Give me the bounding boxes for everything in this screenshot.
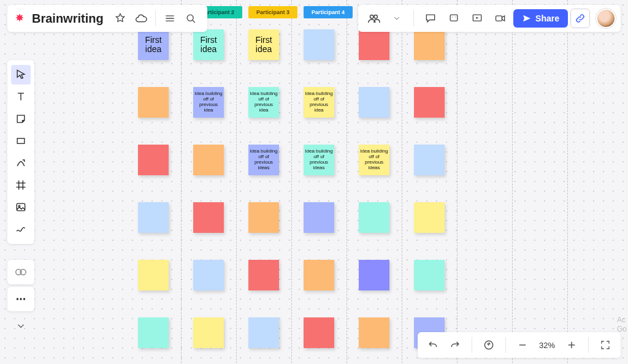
sticky-note[interactable] [248, 317, 279, 348]
board-cell[interactable] [414, 260, 445, 290]
reactions-button[interactable] [443, 8, 464, 29]
board-cell[interactable]: First idea [193, 29, 224, 60]
search-button[interactable] [180, 8, 201, 29]
apps-button[interactable] [7, 260, 34, 284]
board-cell[interactable] [469, 29, 500, 60]
board-cell[interactable] [248, 202, 279, 233]
document-title[interactable]: Brainwriting [32, 12, 104, 26]
sticky-note[interactable] [304, 317, 334, 348]
sticky-note[interactable] [304, 202, 334, 233]
sticky-note[interactable] [414, 202, 445, 233]
copy-link-button[interactable] [570, 9, 590, 28]
fullscreen-button[interactable] [596, 336, 615, 354]
share-button[interactable]: Share [513, 9, 568, 28]
participant-chip[interactable]: Participant 4 [304, 6, 353, 18]
board-cell[interactable] [138, 317, 169, 348]
board-cell[interactable] [414, 202, 445, 233]
sticky-note[interactable] [414, 29, 445, 60]
sticky-note[interactable]: First idea [248, 29, 279, 60]
board-cell[interactable] [414, 145, 445, 175]
sticky-tool[interactable] [11, 109, 31, 129]
user-avatar[interactable] [596, 9, 616, 28]
board-cell[interactable] [138, 202, 169, 233]
board-cell[interactable] [359, 202, 389, 233]
board-cell[interactable] [248, 317, 279, 348]
sticky-note[interactable]: Idea building off of previous ideas [304, 145, 334, 175]
board-cell[interactable] [138, 260, 169, 290]
board-cell[interactable] [193, 202, 224, 233]
sticky-note[interactable] [304, 29, 334, 60]
sticky-note[interactable] [414, 87, 445, 118]
line-tool[interactable] [11, 153, 31, 173]
sticky-note[interactable]: Idea building off of previous idea [193, 87, 224, 118]
sticky-note[interactable]: Idea building off of previous idea [248, 87, 279, 118]
board-cell[interactable] [469, 202, 500, 233]
sticky-note[interactable]: First idea [138, 29, 169, 60]
board-cell[interactable] [304, 317, 334, 348]
board-cell[interactable] [304, 202, 334, 233]
board-cell[interactable]: First idea [248, 29, 279, 60]
zoom-level[interactable]: 32% [535, 341, 559, 350]
select-tool[interactable] [11, 65, 31, 85]
board-cell[interactable]: Idea building off of previous idea [248, 87, 279, 118]
participants-button[interactable] [363, 8, 384, 29]
board-cell[interactable] [359, 260, 389, 290]
menu-button[interactable] [159, 8, 180, 29]
undo-button[interactable] [424, 336, 442, 354]
sticky-note[interactable]: Idea building off of previous idea [304, 87, 334, 118]
star-button[interactable] [110, 8, 131, 29]
board-cell[interactable] [304, 260, 334, 290]
sticky-note[interactable] [414, 145, 445, 175]
sticky-note[interactable] [138, 260, 169, 290]
board-cell[interactable]: Idea building off of previous ideas [248, 145, 279, 175]
board-cell[interactable] [469, 145, 500, 175]
board-cell[interactable]: Idea building off of previous ideas [304, 145, 334, 175]
board-cell[interactable] [193, 260, 224, 290]
board-cell[interactable]: First idea [138, 29, 169, 60]
sticky-note[interactable] [138, 317, 169, 348]
board-cell[interactable] [304, 29, 334, 60]
sticky-note[interactable] [193, 317, 224, 348]
map-button[interactable] [480, 336, 498, 354]
sticky-note[interactable] [193, 202, 224, 233]
board-cell[interactable] [138, 87, 169, 118]
board-cell[interactable] [248, 260, 279, 290]
present-button[interactable] [467, 8, 488, 29]
board-cell[interactable]: Idea building off of previous idea [304, 87, 334, 118]
sticky-note[interactable] [359, 29, 389, 60]
board-cell[interactable] [359, 87, 389, 118]
collapse-tools-button[interactable] [7, 314, 34, 338]
zoom-in-button[interactable] [562, 336, 581, 354]
sticky-note[interactable] [248, 202, 279, 233]
sticky-note[interactable] [359, 260, 389, 290]
board-cell[interactable] [469, 260, 500, 290]
board-cell[interactable] [138, 145, 169, 175]
sticky-note[interactable] [359, 317, 389, 348]
cloud-status-icon[interactable] [131, 8, 151, 29]
text-tool[interactable] [11, 87, 31, 107]
video-button[interactable] [490, 8, 511, 29]
sticky-note[interactable] [138, 87, 169, 118]
board-cell[interactable] [359, 317, 389, 348]
sticky-note[interactable] [193, 145, 224, 175]
sticky-note[interactable] [138, 145, 169, 175]
sticky-note[interactable]: Idea building off of previous ideas [359, 145, 389, 175]
sticky-note[interactable]: Idea building off of previous ideas [248, 145, 279, 175]
redo-button[interactable] [446, 336, 464, 354]
board-cell[interactable]: Idea building off of previous idea [193, 87, 224, 118]
board-cell[interactable] [359, 29, 389, 60]
pen-tool[interactable] [11, 219, 31, 239]
sticky-note[interactable] [193, 260, 224, 290]
sticky-note[interactable] [414, 260, 445, 290]
shape-tool[interactable] [11, 131, 31, 151]
sticky-note[interactable] [359, 202, 389, 233]
more-tools-button[interactable] [7, 287, 34, 311]
board-cell[interactable] [414, 87, 445, 118]
participant-chip[interactable]: Participant 3 [248, 6, 297, 18]
zoom-out-button[interactable] [513, 336, 532, 354]
frame-tool[interactable] [11, 175, 31, 195]
sticky-note[interactable]: First idea [193, 29, 224, 60]
sticky-note[interactable] [248, 260, 279, 290]
board-cell[interactable] [193, 145, 224, 175]
image-tool[interactable] [11, 197, 31, 217]
